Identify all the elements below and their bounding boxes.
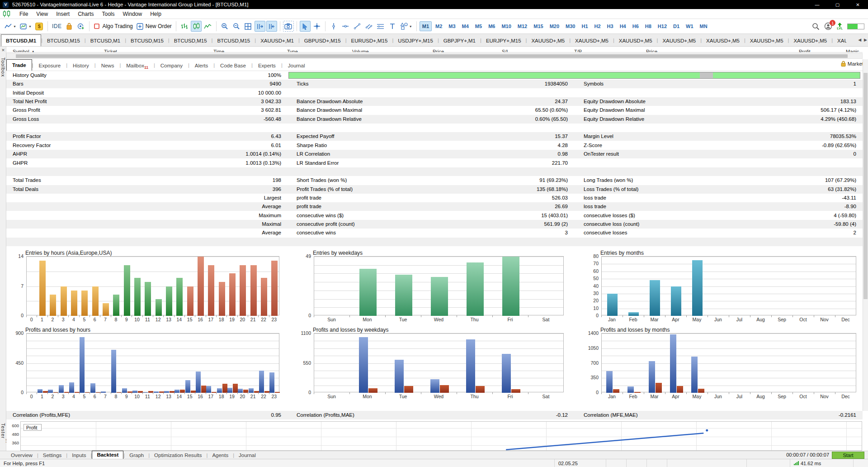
menu-item-view[interactable]: View xyxy=(32,11,52,17)
toolbox-tab-news[interactable]: News xyxy=(96,61,120,71)
menu-item-help[interactable]: Help xyxy=(146,11,165,17)
chart-profile-dropdown[interactable]: ▼ xyxy=(19,21,33,32)
chart-tab-17[interactable]: XAUUSD+,M5 xyxy=(745,35,788,46)
timeframe-m3[interactable]: M3 xyxy=(446,21,458,31)
start-button[interactable]: Start xyxy=(832,452,864,459)
timeframe-mn[interactable]: MN xyxy=(697,21,710,31)
timeframe-m10[interactable]: M10 xyxy=(499,21,514,31)
timeframe-h1[interactable]: H1 xyxy=(579,21,590,31)
tester-tab-inputs[interactable]: Inputs xyxy=(67,452,90,459)
close-button[interactable]: ✕ xyxy=(848,0,868,9)
timeframe-m12[interactable]: M12 xyxy=(515,21,530,31)
timeframe-d1[interactable]: D1 xyxy=(670,21,682,31)
line-chart-mode-button[interactable] xyxy=(203,21,213,32)
column-header-sl[interactable]: S/L xyxy=(502,48,509,52)
screenshot-button[interactable] xyxy=(283,21,294,32)
tester-tab-agents[interactable]: Agents xyxy=(208,452,233,459)
tester-tab-settings[interactable]: Settings xyxy=(38,452,66,459)
toolbox-tab-company[interactable]: Company xyxy=(155,61,188,71)
menu-item-charts[interactable]: Charts xyxy=(74,11,98,17)
vertical-line-tool[interactable] xyxy=(328,21,339,32)
channel-tool[interactable] xyxy=(363,21,374,32)
toolbox-tab-trade[interactable]: Trade xyxy=(6,59,32,71)
column-header-ticket[interactable]: Ticket xyxy=(104,48,117,52)
menu-item-window[interactable]: Window xyxy=(119,11,146,17)
column-header-symbol[interactable]: Symbol ▲ xyxy=(13,48,36,52)
zoom-in-button[interactable] xyxy=(219,21,230,32)
column-header-tp[interactable]: T/P xyxy=(574,48,582,52)
timeframe-m1[interactable]: M1 xyxy=(420,21,432,31)
ide-button[interactable]: IDE xyxy=(51,21,63,32)
chart-tab-2[interactable]: BTCUSD,M1 xyxy=(86,35,125,46)
deposit-button[interactable]: $ xyxy=(34,21,45,32)
toolbox-tab-exposure[interactable]: Exposure xyxy=(33,61,66,71)
timeframe-h2[interactable]: H2 xyxy=(592,21,604,31)
search-icon[interactable] xyxy=(812,23,820,30)
horizontal-scrollbar[interactable] xyxy=(6,53,863,59)
tester-tab-overview[interactable]: Overview xyxy=(6,452,37,459)
tile-windows-button[interactable] xyxy=(243,21,254,32)
market-button[interactable]: Market xyxy=(841,61,863,67)
trendline-tool[interactable] xyxy=(352,21,363,32)
zoom-out-button[interactable] xyxy=(231,21,242,32)
chart-tab-7[interactable]: GBPUSD+,M15 xyxy=(300,35,345,46)
toolbox-tab-code-base[interactable]: Code Base xyxy=(215,61,251,71)
chart-tab-3[interactable]: BTCUSD,M15 xyxy=(126,35,168,46)
toolbox-tab-history[interactable]: History xyxy=(67,61,94,71)
timeframe-m15[interactable]: M15 xyxy=(531,21,546,31)
toolbox-tab-experts[interactable]: Experts xyxy=(253,61,281,71)
menu-item-tools[interactable]: Tools xyxy=(98,11,119,17)
timeframe-h4[interactable]: H4 xyxy=(617,21,629,31)
toolbox-tab-alerts[interactable]: Alerts xyxy=(189,61,213,71)
copy-trading-button[interactable] xyxy=(75,21,86,32)
menu-item-file[interactable]: File xyxy=(15,11,32,17)
fibonacci-tool[interactable] xyxy=(375,21,386,32)
tester-tab-graph[interactable]: Graph xyxy=(125,452,148,459)
timeframe-m2[interactable]: M2 xyxy=(433,21,445,31)
chart-tab-11[interactable]: EURJPY+,M15 xyxy=(481,35,526,46)
timeframe-m20[interactable]: M20 xyxy=(547,21,562,31)
text-tool[interactable] xyxy=(387,21,398,32)
vertical-scrollbar[interactable] xyxy=(863,59,868,411)
chart-tab-9[interactable]: USDJPY+,M15 xyxy=(393,35,438,46)
chart-tab-5[interactable]: BTCUSD,M15 xyxy=(212,35,255,46)
column-header-time[interactable]: Time xyxy=(213,48,224,52)
toolbox-vertical-tab[interactable]: Toolbox xyxy=(0,57,6,77)
column-header-price[interactable]: Price xyxy=(433,48,444,52)
chart-tab-13[interactable]: XAUUSD+,M5 xyxy=(571,35,613,46)
timeframe-m30[interactable]: M30 xyxy=(563,21,578,31)
chart-tab-16[interactable]: XAUUSD+,M5 xyxy=(702,35,744,46)
bar-chart-mode-button[interactable] xyxy=(179,21,190,32)
chart-tab-12[interactable]: XAUUSD+,M5 xyxy=(527,35,569,46)
dock-indicator-left-button[interactable] xyxy=(266,21,277,32)
candlestick-mode-button[interactable] xyxy=(191,21,202,32)
shapes-dropdown[interactable]: ▼ xyxy=(399,21,414,32)
market-bag-button[interactable] xyxy=(64,21,75,32)
horizontal-scrollbar-thumb[interactable] xyxy=(16,54,848,58)
algo-trading-toggle[interactable]: Algo Trading xyxy=(92,21,134,32)
timeframe-h3[interactable]: H3 xyxy=(604,21,616,31)
chart-style-dropdown[interactable]: ▼ xyxy=(3,21,18,32)
column-header-price[interactable]: Price xyxy=(646,48,657,52)
timeframe-m4[interactable]: M4 xyxy=(459,21,472,31)
tester-tab-backtest[interactable]: Backtest xyxy=(92,451,123,459)
timeframe-h12[interactable]: H12 xyxy=(655,21,670,31)
timeframe-m6[interactable]: M6 xyxy=(486,21,498,31)
chart-tab-0[interactable]: BTCUSD,M1 xyxy=(1,34,41,46)
cursor-tool-button[interactable] xyxy=(300,21,311,32)
tester-tab-optimization-results[interactable]: Optimization Results xyxy=(150,452,206,459)
menu-item-insert[interactable]: Insert xyxy=(52,11,74,17)
crosshair-tool-button[interactable] xyxy=(311,21,322,32)
timeframe-h6[interactable]: H6 xyxy=(630,21,642,31)
timeframe-m5[interactable]: M5 xyxy=(472,21,485,31)
chart-tab-8[interactable]: EURUSD+,M15 xyxy=(347,35,392,46)
dock-indicator-right-button[interactable] xyxy=(255,21,265,32)
chart-tab-18[interactable]: XAUUSD+,M5 xyxy=(789,35,831,46)
toolbox-tab-journal[interactable]: Journal xyxy=(283,61,311,71)
toolbox-close-icon[interactable]: ✕ xyxy=(1,48,5,52)
chart-tab-15[interactable]: XAUUSD+,M5 xyxy=(658,35,700,46)
notifications-button[interactable]: 1 xyxy=(824,22,832,30)
chart-tab-4[interactable]: BTCUSD,M15 xyxy=(170,35,212,46)
minimize-button[interactable]: — xyxy=(807,0,827,9)
chart-tab-19[interactable]: XAUUSD+,M5 xyxy=(833,35,846,46)
